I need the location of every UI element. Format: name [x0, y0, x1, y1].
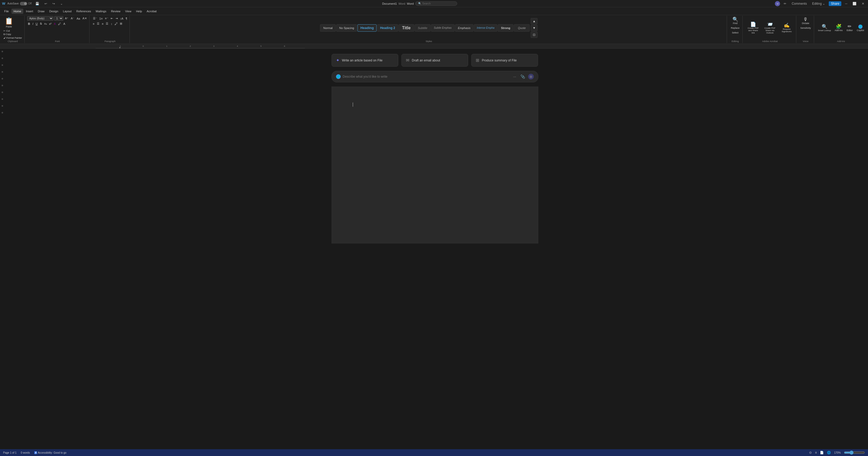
ai-card-article[interactable]: ✦ Write an article based on File	[332, 54, 398, 67]
style-strong[interactable]: Strong	[498, 24, 514, 32]
style-quote[interactable]: Quote	[514, 24, 530, 32]
content-area[interactable]: ✦ Write an article based on File ✉ Draft…	[5, 48, 865, 454]
sidebar-item-view[interactable]: View	[123, 9, 133, 14]
style-subtle-emphasis[interactable]: Subtle Emphas	[431, 24, 455, 32]
italic-button[interactable]: I	[32, 22, 34, 26]
ai-more-options-button[interactable]: ···	[512, 74, 517, 79]
sidebar-item-acrobat[interactable]: Acrobat	[145, 9, 159, 14]
redo-button[interactable]: ↪	[51, 1, 57, 6]
style-heading2[interactable]: Heading 2	[377, 24, 398, 32]
smart-lookup-button[interactable]: 🔍 Smart Lookup	[817, 24, 832, 32]
autosave-toggle[interactable]	[20, 2, 27, 5]
replace-button[interactable]: Replace	[730, 26, 741, 30]
focus-button[interactable]: ⊙	[809, 451, 812, 454]
undo-button[interactable]: ↩	[43, 1, 49, 6]
font-color-button[interactable]: A	[63, 22, 66, 26]
select-button[interactable]: Select	[731, 31, 740, 35]
close-button[interactable]: ✕	[860, 1, 866, 6]
cut-button[interactable]: ✂ Cut	[3, 29, 23, 32]
ai-card-email[interactable]: ✉ Draft an email about	[401, 54, 468, 67]
paste-button[interactable]: 📋 Paste	[3, 16, 15, 29]
font-size-select[interactable]: 11	[54, 16, 63, 21]
sensitivity-button[interactable]: Sensitivity	[799, 26, 812, 30]
show-formatting-button[interactable]: ¶	[125, 17, 128, 21]
quick-access-button[interactable]: ⌄	[59, 1, 64, 6]
align-left-button[interactable]: ≡	[92, 22, 95, 26]
align-right-button[interactable]: ≡	[101, 22, 104, 26]
comments-button[interactable]: Comments	[790, 1, 808, 6]
clear-formatting-button[interactable]: A✕	[82, 16, 87, 21]
save-button[interactable]: 💾	[34, 1, 41, 6]
maximize-button[interactable]: ⬜	[851, 1, 858, 6]
sidebar-item-mailings[interactable]: Mailings	[94, 9, 108, 14]
create-pdf-share-link-button[interactable]: 📄 Create PDF and Share link	[745, 21, 761, 35]
style-title[interactable]: Title	[399, 24, 414, 32]
minimize-button[interactable]: ─	[843, 1, 849, 6]
styles-expand-button[interactable]: ⊡	[531, 32, 537, 38]
decrease-indent-button[interactable]: ⇤	[110, 16, 114, 21]
font-name-select[interactable]: Aptos (Body)	[27, 16, 53, 21]
bold-button[interactable]: B	[27, 22, 31, 26]
styles-scroll-down-button[interactable]: ▼	[531, 25, 537, 31]
sidebar-item-layout[interactable]: Layout	[61, 9, 74, 14]
increase-indent-button[interactable]: ⇥	[115, 16, 119, 21]
ai-submit-button[interactable]: ⊕	[528, 74, 534, 79]
web-layout-button[interactable]: 🌐	[827, 451, 831, 454]
shading-button[interactable]: 🖍	[114, 22, 118, 26]
text-highlight-button[interactable]: 🖊	[57, 22, 62, 26]
style-subtitle[interactable]: Subtitle	[415, 24, 431, 32]
style-normal[interactable]: Normal	[320, 24, 336, 32]
copilot-button[interactable]: Copilot	[856, 23, 865, 32]
line-spacing-button[interactable]: ↕	[110, 22, 113, 26]
font-size-increase-button[interactable]: A⁺	[64, 16, 69, 21]
find-button[interactable]: 🔍 Find	[731, 16, 740, 25]
search-bar[interactable]: 🔍 Search	[415, 1, 457, 6]
styles-scroll-up-button[interactable]: ▲	[531, 18, 537, 24]
document-page[interactable]	[332, 87, 538, 243]
print-layout-button[interactable]: 📄	[820, 451, 824, 454]
bullet-list-button[interactable]: ☰⁻	[92, 16, 98, 21]
borders-button[interactable]: ⊞	[119, 22, 123, 26]
sort-button[interactable]: ↕A	[119, 17, 124, 21]
ai-card-summary[interactable]: ⊞ Produce summary of File	[471, 54, 538, 67]
sidebar-item-insert[interactable]: Insert	[24, 9, 35, 14]
editor-button[interactable]: ✏ Editor	[845, 23, 855, 32]
style-intense-emphasis[interactable]: Intense Empha	[474, 24, 497, 32]
request-signatures-button[interactable]: ✍ Request Signatures	[779, 22, 795, 33]
change-case-button[interactable]: Aa	[76, 17, 81, 21]
sidebar-item-review[interactable]: Review	[109, 9, 122, 14]
ai-input-bar[interactable]: ··· 📎 ⊕	[332, 71, 538, 83]
sidebar-item-draw[interactable]: Draw	[36, 9, 47, 14]
format-painter-button[interactable]: 🖌 Format Painter	[3, 36, 23, 39]
justify-button[interactable]: ☰	[105, 22, 109, 26]
text-effects-button[interactable]: A	[53, 22, 57, 26]
user-avatar[interactable]: U	[775, 1, 780, 6]
addins-button[interactable]: 🧩 Add-ins	[833, 23, 844, 32]
share-button[interactable]: Share	[829, 1, 841, 6]
superscript-button[interactable]: x²	[49, 22, 52, 26]
style-heading[interactable]: Heading	[358, 24, 377, 32]
zoom-slider[interactable]	[844, 451, 865, 455]
view-mode-button[interactable]: ≡	[815, 451, 817, 454]
edit-icon[interactable]: ✏	[782, 1, 788, 6]
strikethrough-button[interactable]: S̶	[39, 22, 43, 26]
editing-button[interactable]: Editing ⌄	[810, 1, 827, 6]
ai-input-field[interactable]	[343, 75, 510, 78]
copy-button[interactable]: ⧉ Copy	[3, 33, 23, 36]
multilevel-list-button[interactable]: ≡⁻	[104, 16, 109, 21]
subscript-button[interactable]: x₂	[43, 22, 48, 26]
create-pdf-outlook-button[interactable]: 📨 Create PDF Share via Outlook	[762, 21, 778, 35]
align-center-button[interactable]: ☰	[96, 22, 100, 26]
style-no-spacing[interactable]: No Spacing	[336, 24, 357, 32]
numbered-list-button[interactable]: 1≡	[99, 17, 104, 21]
sidebar-item-file[interactable]: File	[2, 9, 11, 14]
sidebar-item-design[interactable]: Design	[47, 9, 60, 14]
style-emphasis[interactable]: Emphasis	[455, 24, 473, 32]
sidebar-item-help[interactable]: Help	[134, 9, 144, 14]
font-size-decrease-button[interactable]: A⁻	[70, 16, 75, 21]
underline-button[interactable]: U	[35, 22, 38, 26]
sidebar-item-home[interactable]: Home	[11, 9, 23, 14]
ai-attach-button[interactable]: 📎	[520, 74, 526, 79]
sidebar-item-references[interactable]: References	[74, 9, 93, 14]
dictate-button[interactable]: 🎙 Dictate	[801, 16, 810, 25]
